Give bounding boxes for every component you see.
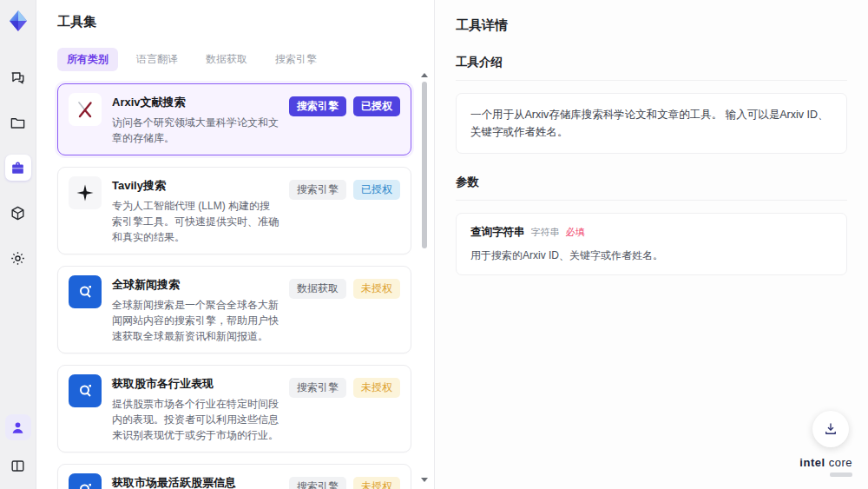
tool-description: 全球新闻搜索是一个聚合全球各大新闻网站内容的搜索引擎，帮助用户快速获取全球最新资…: [112, 297, 279, 344]
auth-status-badge: 已授权: [353, 96, 400, 116]
panel-toggle-button[interactable]: [5, 453, 31, 479]
category-badge: 搜索引擎: [289, 378, 346, 398]
tool-description: 专为人工智能代理 (LLM) 构建的搜索引擎工具。可快速提供实时、准确和真实的结…: [112, 198, 279, 245]
cube-icon: [10, 205, 26, 221]
tool-intro-text: 一个用于从Arxiv存储库搜索科学论文和文章的工具。 输入可以是Arxiv ID…: [456, 93, 847, 154]
tavily-star-icon: [69, 176, 102, 209]
scroll-up-arrow[interactable]: [421, 73, 428, 77]
auth-status-badge: 已授权: [353, 180, 400, 200]
parameter-type: 字符串: [531, 226, 560, 239]
category-badge: 搜索引擎: [289, 180, 346, 200]
category-badge: 搜索引擎: [289, 477, 346, 489]
tab-search-engine[interactable]: 搜索引擎: [266, 48, 326, 71]
models-nav-button[interactable]: [5, 200, 31, 226]
intel-core-sub-badge: [830, 472, 852, 477]
tool-details-panel: 工具详情 工具介绍 一个用于从Arxiv存储库搜索科学论文和文章的工具。 输入可…: [434, 0, 868, 489]
settings-nav-button[interactable]: [5, 245, 31, 271]
chat-icon: [10, 69, 26, 86]
category-badge: 搜索引擎: [289, 96, 346, 116]
list-scrollbar[interactable]: [420, 73, 429, 482]
auth-status-badge: 未授权: [353, 378, 400, 398]
download-icon: [823, 421, 838, 437]
tab-data-fetching[interactable]: 数据获取: [196, 48, 257, 71]
account-button[interactable]: [5, 414, 31, 440]
app-window: 工具集 所有类别 语言翻译 数据获取 搜索引擎 Arxiv文献搜索 访问: [0, 0, 868, 489]
chat-nav-button[interactable]: [5, 64, 31, 90]
left-rail: [0, 0, 36, 489]
news-search-app-icon: [69, 473, 102, 489]
tool-card-arxiv[interactable]: Arxiv文献搜索 访问各个研究领域大量科学论文和文章的存储库。 搜索引擎 已授…: [57, 83, 411, 155]
auth-status-badge: 未授权: [353, 477, 400, 489]
tool-description: 提供股票市场各个行业在特定时间段内的表现。投资者可以利用这些信息来识别表现优于或…: [112, 396, 279, 443]
core-brand-text: core: [825, 456, 852, 469]
intel-core-logo: intel core: [799, 454, 852, 477]
auth-status-badge: 未授权: [353, 279, 400, 299]
tool-title: Tavily搜索: [112, 178, 279, 194]
intro-section-heading: 工具介绍: [456, 55, 847, 81]
tool-title: 全球新闻搜索: [112, 277, 279, 293]
arxiv-logo-icon: [69, 93, 102, 126]
tool-card-sector-performance[interactable]: 获取股市各行业表现 提供股票市场各个行业在特定时间段内的表现。投资者可以利用这些…: [57, 365, 411, 453]
tool-description: 访问各个研究领域大量科学论文和文章的存储库。: [112, 115, 279, 146]
tools-nav-button[interactable]: [5, 155, 31, 181]
parameter-card: 查询字符串 字符串 必填 用于搜索的Arxiv ID、关键字或作者姓名。: [456, 213, 847, 275]
tool-title: 获取股市各行业表现: [112, 376, 279, 392]
gear-icon: [10, 250, 26, 267]
files-nav-button[interactable]: [5, 109, 31, 135]
parameter-description: 用于搜索的Arxiv ID、关键字或作者姓名。: [470, 248, 832, 263]
app-logo: [6, 9, 30, 33]
news-search-app-icon: [69, 275, 102, 308]
details-title: 工具详情: [456, 17, 847, 34]
page-title: 工具集: [57, 14, 425, 30]
scrollbar-thumb[interactable]: [422, 82, 427, 248]
tool-card-global-news[interactable]: 全球新闻搜索 全球新闻搜索是一个聚合全球各大新闻网站内容的搜索引擎，帮助用户快速…: [57, 266, 411, 354]
panel-toggle-icon: [10, 458, 26, 474]
toolbox-icon: [10, 160, 26, 176]
tool-list-panel: 工具集 所有类别 语言翻译 数据获取 搜索引擎 Arxiv文献搜索 访问: [36, 0, 434, 489]
tool-title: Arxiv文献搜索: [112, 95, 279, 110]
tool-list: Arxiv文献搜索 访问各个研究领域大量科学论文和文章的存储库。 搜索引擎 已授…: [57, 83, 425, 489]
folder-icon: [10, 115, 26, 131]
download-button[interactable]: [812, 411, 849, 447]
scroll-down-arrow[interactable]: [421, 478, 428, 482]
tool-title: 获取市场最活跃股票信息: [112, 475, 279, 489]
tab-language-translation[interactable]: 语言翻译: [127, 48, 187, 71]
params-section-heading: 参数: [456, 175, 847, 201]
news-search-app-icon: [69, 374, 102, 407]
category-badge: 数据获取: [289, 279, 346, 299]
tool-card-tavily[interactable]: Tavily搜索 专为人工智能代理 (LLM) 构建的搜索引擎工具。可快速提供实…: [57, 167, 411, 254]
category-tabs: 所有类别 语言翻译 数据获取 搜索引擎: [57, 48, 425, 71]
tab-all-categories[interactable]: 所有类别: [57, 48, 118, 71]
parameter-required-flag: 必填: [566, 226, 585, 239]
tool-card-most-active-stocks[interactable]: 获取市场最活跃股票信息 提供当天交易量最高的股票列表。投资者可以利用这些信息来识…: [57, 464, 411, 489]
parameter-name: 查询字符串: [470, 225, 525, 240]
user-icon: [10, 420, 26, 436]
intel-brand-text: intel: [799, 456, 825, 469]
